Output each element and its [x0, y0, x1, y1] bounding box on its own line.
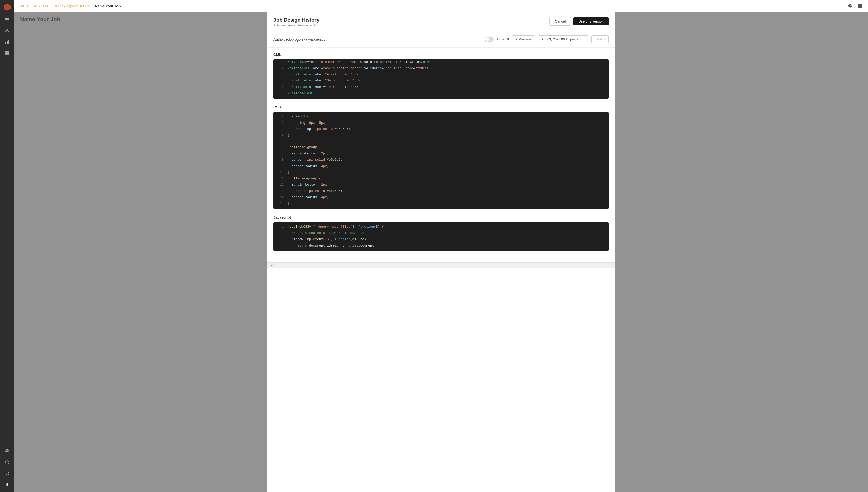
modal-subtitle: Job was created from scratch: [273, 23, 319, 27]
top-bar-right: [846, 2, 864, 10]
modal-header: Job Design History Job was created from …: [267, 12, 614, 31]
version-badge: v3: [267, 262, 614, 268]
svg-rect-10: [5, 42, 6, 44]
code-line: 5: [273, 139, 609, 144]
code-line: 9 border-radius: 4px;: [273, 163, 609, 170]
javascript-section-title: Javascript: [273, 215, 609, 219]
code-line: 5 <cml:radio label="Third option" />: [273, 84, 609, 90]
author-label: Author:: [273, 38, 285, 42]
svg-rect-20: [7, 461, 7, 462]
javascript-section: Javascript 1 requireNOSSV(['jquery-nocon…: [273, 215, 609, 251]
previous-button[interactable]: < Previous: [512, 35, 535, 43]
sidebar-item-chart[interactable]: [2, 37, 11, 46]
sidebar-item-apps[interactable]: [2, 48, 11, 57]
code-line: 3 <cml:radio label="First option" />: [273, 72, 609, 78]
sidebar-item-view[interactable]: [2, 447, 11, 456]
code-line: 1 requireNOSSV(['jquery-noconflict'], fu…: [273, 222, 609, 230]
app-logo: [3, 3, 11, 11]
svg-point-7: [8, 31, 9, 32]
next-button[interactable]: Next >: [592, 35, 609, 43]
modal-body: CML 1 <div class="html-element-wrapper">…: [267, 48, 614, 262]
code-line: 4 <cml:radio label="Second option" />: [273, 78, 609, 84]
cml-section: CML 1 <div class="html-element-wrapper">…: [273, 53, 609, 99]
code-line: 1 <div class="html-element-wrapper">Show…: [273, 59, 609, 66]
code-line: 10 }: [273, 169, 609, 176]
version-label: v3: [270, 264, 274, 267]
code-line: 1 .version3 {: [273, 112, 609, 120]
svg-rect-4: [5, 21, 9, 21]
css-section-title: CSS: [273, 105, 609, 109]
sidebar-item-menu[interactable]: [2, 15, 11, 24]
sidebar-item-expand[interactable]: [2, 469, 11, 478]
modal-header-text: Job Design History Job was created from …: [273, 17, 319, 27]
sidebar-item-info[interactable]: [2, 458, 11, 467]
author-controls: Show diff < Previous Apr 03, 2023 06:18 …: [485, 35, 609, 43]
toggle-thumb: [485, 38, 489, 42]
cml-section-title: CML: [273, 53, 609, 56]
page-title: Name Your Job: [95, 4, 121, 8]
main-area: JOB ID 2197812 | EDOBROGORSKA@APPEN.COM …: [14, 0, 868, 492]
code-line: 11 .collapse-group {: [273, 176, 609, 182]
show-diff-group: Show diff: [485, 37, 509, 42]
svg-rect-14: [7, 51, 9, 53]
modal-header-actions: Cancel Use this version: [550, 17, 609, 26]
chevron-down-icon: ▾: [577, 38, 578, 41]
code-line: 15 }: [273, 200, 609, 209]
code-line: 13 border: 1px solid #e5e5e5;: [273, 188, 609, 194]
author-email: edobrogorska@appen.com: [286, 38, 328, 42]
svg-rect-2: [5, 18, 9, 19]
modal-dialog: Job Design History Job was created from …: [267, 12, 614, 492]
view-icon[interactable]: [846, 2, 854, 10]
code-line: 3 border-top: 1px solid #e5e5e5;: [273, 126, 609, 132]
code-line: 6 .collapse-group {: [273, 144, 609, 151]
svg-rect-23: [860, 4, 862, 6]
use-version-button[interactable]: Use this version: [573, 17, 609, 25]
svg-point-17: [6, 450, 8, 452]
code-line: 6 </cml:radios>: [273, 90, 609, 99]
svg-rect-15: [5, 53, 7, 55]
show-diff-label: Show diff: [496, 38, 509, 41]
css-code-block: 1 .version3 { 2 padding: 9px 15px; 3 bor…: [273, 112, 609, 209]
code-line: 2 //Ensure MooTools is where it must be: [273, 230, 609, 237]
code-line: 3 Window.implement('$', function(el, nc)…: [273, 237, 609, 243]
svg-point-6: [5, 31, 6, 32]
code-line: 12 margin-bottom: 2px;: [273, 182, 609, 188]
svg-rect-12: [8, 40, 9, 44]
job-id-label: JOB ID 2197812 | EDOBROGORSKA@APPEN.COM: [18, 4, 90, 8]
svg-point-21: [849, 5, 851, 7]
author-text: Author: edobrogorska@appen.com: [273, 38, 328, 42]
svg-rect-13: [5, 51, 7, 53]
cml-code-block: 1 <div class="html-element-wrapper">Show…: [273, 59, 609, 99]
svg-rect-11: [6, 41, 7, 44]
svg-point-5: [6, 29, 7, 30]
code-line: 14 border-radius: 4px;: [273, 194, 609, 201]
layout-icon[interactable]: [856, 2, 864, 10]
svg-rect-22: [858, 4, 860, 8]
javascript-code-block: 1 requireNOSSV(['jquery-noconflict'], fu…: [273, 222, 609, 251]
sidebar-item-user[interactable]: G: [2, 480, 11, 489]
code-line: 2 padding: 9px 15px;: [273, 120, 609, 126]
svg-rect-19: [7, 462, 7, 463]
svg-line-9: [7, 30, 8, 31]
svg-rect-3: [5, 19, 9, 20]
svg-rect-24: [860, 6, 862, 8]
css-section: CSS 1 .version3 { 2 padding: 9px 15px;: [273, 105, 609, 209]
cancel-button[interactable]: Cancel: [550, 17, 571, 26]
code-line: 4 return document.id(el, nc, this.docume…: [273, 243, 609, 251]
code-line: 2 <cml:radios label="Ask question here:"…: [273, 66, 609, 72]
modal-overlay: Job Design History Job was created from …: [14, 12, 868, 492]
top-bar: JOB ID 2197812 | EDOBROGORSKA@APPEN.COM …: [14, 0, 868, 12]
code-line: 8 border: 1px solid #e5e5e5;: [273, 157, 609, 163]
svg-rect-16: [7, 53, 9, 55]
code-line: 7 margin-bottom: 2px;: [273, 151, 609, 157]
date-dropdown[interactable]: Apr 03, 2023 06:18 pm ▾: [538, 35, 588, 43]
date-value: Apr 03, 2023 06:18 pm: [541, 38, 575, 41]
sidebar-item-org[interactable]: [2, 26, 11, 35]
author-row: Author: edobrogorska@appen.com Show diff…: [267, 31, 614, 48]
sidebar: G: [0, 0, 14, 492]
code-line: 4 }: [273, 132, 609, 139]
svg-line-8: [6, 30, 7, 31]
content-area: Name Your Job Job Design History Job was…: [14, 12, 868, 492]
show-diff-toggle[interactable]: [485, 37, 493, 42]
modal-title: Job Design History: [273, 17, 319, 23]
